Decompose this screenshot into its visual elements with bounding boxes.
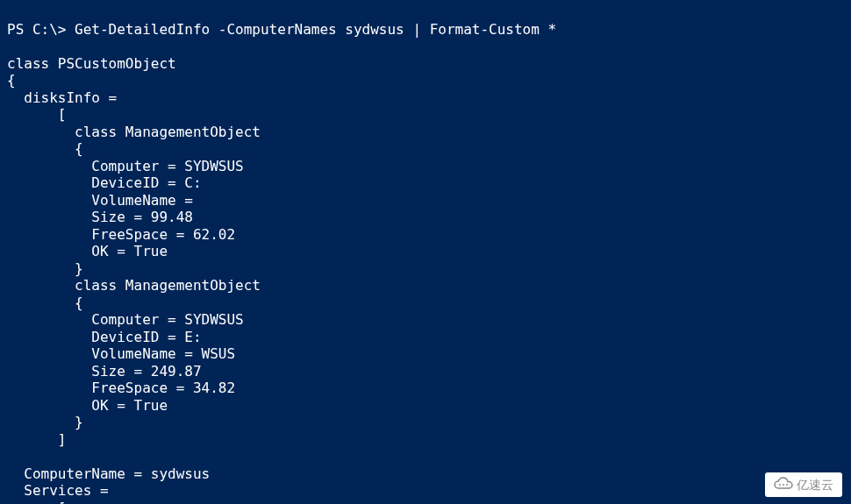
output-disk2-volumename: VolumeName = WSUS — [7, 345, 235, 362]
output-disk1-ok: OK = True — [7, 243, 168, 259]
output-disk1-volumename: VolumeName = — [7, 192, 193, 209]
watermark-badge: 亿速云 — [765, 472, 842, 497]
output-disk1-computer: Computer = SYDWSUS — [7, 158, 244, 174]
output-mgmtobj-header-2: class ManagementObject — [7, 277, 261, 294]
output-disk1-freespace: FreeSpace = 62.02 — [7, 226, 235, 243]
output-array-close: ] — [7, 431, 66, 448]
output-mgmtobj-header-1: class ManagementObject — [7, 124, 261, 140]
command-text: Get-DetailedInfo -ComputerNames sydwsus … — [75, 21, 556, 38]
output-mgmtobj-close-1: } — [7, 260, 83, 277]
output-disk2-ok: OK = True — [7, 397, 168, 414]
output-disk2-deviceid: DeviceID = E: — [7, 329, 202, 345]
output-disk2-computer: Computer = SYDWSUS — [7, 311, 244, 328]
output-class-header: class PSCustomObject — [7, 55, 176, 72]
watermark-text: 亿速云 — [797, 478, 833, 493]
svg-point-2 — [786, 484, 788, 486]
output-disk1-deviceid: DeviceID = C: — [7, 174, 202, 191]
output-disk2-size: Size = 249.87 — [7, 363, 202, 380]
output-array-open: [ — [7, 106, 66, 123]
cloud-icon — [774, 476, 793, 493]
output-services-label: Services = — [7, 482, 109, 499]
output-computername: ComputerName = sydwsus — [7, 465, 210, 482]
powershell-terminal[interactable]: PS C:\> Get-DetailedInfo -ComputerNames … — [7, 4, 851, 504]
output-disksinfo-label: disksInfo = — [7, 89, 117, 106]
output-mgmtobj-open-2: { — [7, 295, 83, 311]
output-open-brace: { — [7, 72, 16, 89]
svg-point-0 — [779, 484, 781, 486]
output-disk2-freespace: FreeSpace = 34.82 — [7, 380, 235, 396]
output-mgmtobj-open-1: { — [7, 140, 83, 157]
prompt-prefix: PS C:\> — [7, 21, 75, 38]
prompt-line: PS C:\> Get-DetailedInfo -ComputerNames … — [7, 21, 556, 38]
output-mgmtobj-close-2: } — [7, 414, 83, 430]
output-services-array-open: [ — [7, 500, 66, 504]
svg-point-1 — [783, 484, 784, 486]
output-disk1-size: Size = 99.48 — [7, 209, 193, 225]
